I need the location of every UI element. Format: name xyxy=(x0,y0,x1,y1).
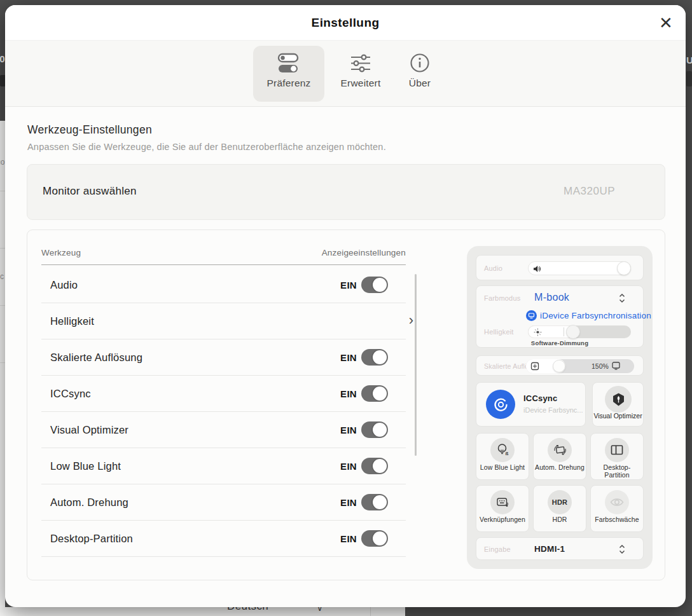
auto-rotation-toggle[interactable] xyxy=(361,494,388,510)
desktop-partition-toggle[interactable] xyxy=(361,530,388,547)
dialog-title: Einstellung xyxy=(5,16,686,30)
auto-rotation-icon xyxy=(548,438,572,462)
background-window-bottom xyxy=(0,607,405,616)
dialog-header: Einstellung xyxy=(5,5,686,41)
tab-preferences[interactable]: Präferenz xyxy=(253,46,324,102)
scaled-knob[interactable] xyxy=(553,360,565,373)
low-blue-light-toggle[interactable] xyxy=(361,458,388,474)
background-text-fragment: U xyxy=(686,55,692,65)
iccsync-title: ICCsync xyxy=(523,394,557,403)
tab-about[interactable]: Über xyxy=(396,46,444,102)
input-source-label: Eingabe xyxy=(484,545,511,553)
iccsync-card[interactable]: ICCsync iDevice Farbsync... xyxy=(476,382,586,427)
tool-label: Autom. Drehung xyxy=(50,496,340,509)
monitor-grid-icon xyxy=(530,362,539,371)
colormode-select-value[interactable]: M-book xyxy=(534,292,569,303)
hdr-icon: HDR xyxy=(548,490,572,514)
close-icon[interactable]: ✕ xyxy=(655,12,677,34)
color-weakness-card[interactable]: Farbschwäche xyxy=(590,485,644,532)
monitor-select[interactable]: Monitor auswählen MA320UP xyxy=(27,164,665,220)
background-number-fragment: 00 xyxy=(0,53,5,64)
toggle-state-label: EIN xyxy=(340,280,357,291)
color-weakness-eye-icon xyxy=(605,490,629,514)
tool-settings-container: Werkzeug Anzeigeeinstellungen Audio EIN … xyxy=(27,229,665,580)
monitor-icon xyxy=(611,361,621,371)
shortcuts-card[interactable]: Verknüpfungen xyxy=(476,485,529,532)
grid-label: Farbschwäche xyxy=(591,516,643,524)
volume-slider[interactable] xyxy=(528,261,631,275)
background-window-edge: uo c xyxy=(0,121,5,616)
grid-label: Autom. Drehung xyxy=(534,464,586,472)
visual-optimizer-label: Visual Optimizer xyxy=(593,413,643,420)
input-source-value[interactable]: HDMI-1 xyxy=(534,544,565,554)
settings-dialog: Einstellung ✕ Präferenz xyxy=(5,5,686,607)
preview-colormode-label: Farbmodus xyxy=(484,294,520,302)
grid-label: HDR xyxy=(534,516,586,524)
preview-audio-label: Audio xyxy=(484,264,502,272)
info-icon xyxy=(406,52,433,75)
toggles-icon xyxy=(275,52,302,75)
brightness-slider[interactable] xyxy=(528,325,631,338)
toggle-knob xyxy=(373,495,387,509)
visual-optimizer-toggle[interactable] xyxy=(361,421,388,438)
tool-label: ICCsync xyxy=(50,388,340,400)
sun-icon xyxy=(534,328,542,336)
hdr-card[interactable]: HDR HDR xyxy=(533,485,586,532)
toggle-state-label: EIN xyxy=(340,533,357,544)
header-divider xyxy=(41,264,406,265)
preview-audio-card: Audio xyxy=(476,255,644,280)
toggle-state-label: EIN xyxy=(340,461,357,472)
toggle-knob xyxy=(373,278,387,292)
toggle-knob xyxy=(373,350,387,364)
brightness-knob[interactable] xyxy=(566,325,580,339)
tool-row-desktop-partition: Desktop-Partition EIN xyxy=(41,521,406,557)
desktop-partition-icon xyxy=(605,438,629,462)
scaled-resolution-slider[interactable]: 150% xyxy=(526,359,634,373)
volume-knob[interactable] xyxy=(617,261,631,275)
scaled-resolution-toggle[interactable] xyxy=(361,349,388,366)
iccsync-toggle[interactable] xyxy=(361,385,388,402)
slider-divider xyxy=(564,327,564,336)
select-chevrons-icon[interactable] xyxy=(618,544,626,555)
low-blue-light-card[interactable]: ß Low Blue Light xyxy=(476,433,529,480)
toggle-knob xyxy=(373,387,387,400)
background-text-fragment: c xyxy=(0,272,4,281)
audio-toggle[interactable] xyxy=(361,277,388,293)
list-scrollbar[interactable] xyxy=(415,274,417,456)
preview-brightness-label: Helligkeit xyxy=(484,328,514,336)
iccsync-subtitle: iDevice Farbsync... xyxy=(523,406,583,414)
shortcuts-icon xyxy=(490,490,515,514)
chevron-right-icon[interactable]: › xyxy=(409,312,413,329)
auto-rotation-card[interactable]: Autom. Drehung xyxy=(533,433,586,480)
select-chevrons-icon[interactable] xyxy=(618,292,626,304)
idevice-colorsync-link[interactable]: iDevice Farbsynchronisation xyxy=(526,310,651,321)
tool-label: Visual Optimizer xyxy=(50,424,340,436)
tool-row-visual-optimizer: Visual Optimizer EIN xyxy=(41,412,406,448)
tab-advanced[interactable]: Erweitert xyxy=(329,46,392,102)
tool-label: Skalierte Auflösung xyxy=(50,352,340,364)
preview-scaled-card: Skalierte Auflö... 150% xyxy=(476,355,644,376)
section-description: Anpassen Sie die Werkzeuge, die Sie auf … xyxy=(27,142,386,152)
visual-optimizer-card[interactable]: Visual Optimizer xyxy=(592,382,644,427)
toggle-knob xyxy=(373,459,387,473)
tab-label: Erweitert xyxy=(329,78,392,89)
tool-label: Low Blue Light xyxy=(50,460,340,472)
grid-label: Desktop-Partition xyxy=(591,464,643,479)
tool-row-audio: Audio EIN xyxy=(41,267,406,303)
visual-optimizer-icon xyxy=(605,386,632,413)
tool-row-brightness[interactable]: Helligkeit › xyxy=(41,303,406,339)
idevice-icon xyxy=(526,310,537,321)
tool-list: Audio EIN Helligkeit › Skalierte Auflösu… xyxy=(41,267,406,557)
section-title: Werkzeug-Einstellungen xyxy=(27,123,152,137)
monitor-select-label: Monitor auswählen xyxy=(43,185,137,198)
idevice-colorsync-label: iDevice Farbsynchronisation xyxy=(540,311,651,320)
tool-label: Desktop-Partition xyxy=(50,533,340,545)
low-blue-light-icon: ß xyxy=(490,438,515,462)
tool-label: Helligkeit xyxy=(50,315,388,327)
column-tool: Werkzeug xyxy=(41,248,81,257)
desktop-partition-card[interactable]: Desktop-Partition xyxy=(590,433,644,480)
tool-row-auto-rotation: Autom. Drehung EIN xyxy=(41,484,406,521)
list-header: Werkzeug Anzeigeeinstellungen xyxy=(41,248,406,257)
tool-row-low-blue-light: Low Blue Light EIN xyxy=(41,448,406,484)
tool-row-iccsync: ICCsync EIN xyxy=(41,376,406,412)
